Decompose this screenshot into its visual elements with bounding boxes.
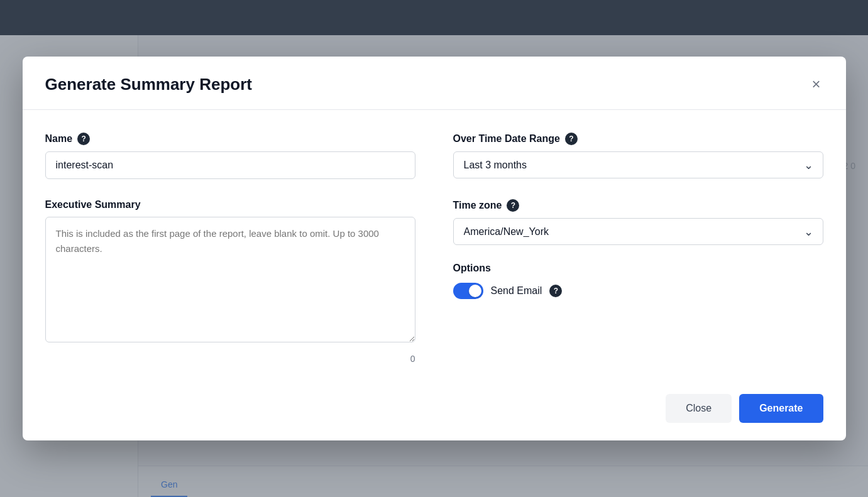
send-email-toggle[interactable]	[453, 283, 483, 299]
executive-summary-textarea[interactable]	[45, 217, 415, 342]
modal-overlay: Generate Summary Report × Name ? Over Ti…	[0, 0, 868, 497]
date-range-help-icon[interactable]: ?	[565, 133, 578, 145]
form-grid: Name ? Over Time Date Range ? Last 3 mon…	[45, 133, 823, 364]
modal-close-button[interactable]: ×	[809, 74, 823, 94]
name-label: Name ?	[45, 133, 415, 145]
toggle-row: Send Email ?	[453, 283, 823, 299]
timezone-select[interactable]: America/New_York America/Los_Angeles Ame…	[453, 218, 823, 245]
modal-header: Generate Summary Report ×	[23, 57, 846, 110]
generate-summary-modal: Generate Summary Report × Name ? Over Ti…	[23, 57, 846, 440]
textarea-wrapper	[45, 217, 415, 345]
timezone-help-icon[interactable]: ?	[507, 199, 519, 212]
send-email-label: Send Email	[491, 285, 542, 297]
options-section: Options Send Email ?	[453, 263, 823, 299]
modal-title: Generate Summary Report	[45, 75, 252, 94]
timezone-select-wrapper: America/New_York America/Los_Angeles Ame…	[453, 218, 823, 245]
executive-summary-group: Executive Summary 0	[45, 199, 415, 364]
modal-body: Name ? Over Time Date Range ? Last 3 mon…	[23, 110, 846, 381]
timezone-label: Time zone ?	[453, 199, 823, 212]
date-range-label: Over Time Date Range ?	[453, 133, 823, 145]
name-group: Name ?	[45, 133, 415, 179]
options-title: Options	[453, 263, 823, 274]
name-input[interactable]	[45, 151, 415, 179]
toggle-slider	[453, 283, 483, 299]
right-column: Time zone ? America/New_York America/Los…	[453, 199, 823, 364]
date-range-select[interactable]: Last 3 months Last 6 months Last 12 mont…	[453, 151, 823, 178]
executive-summary-label: Executive Summary	[45, 199, 415, 210]
timezone-group: Time zone ? America/New_York America/Los…	[453, 199, 823, 245]
send-email-help-icon[interactable]: ?	[549, 285, 562, 297]
date-range-select-wrapper: Last 3 months Last 6 months Last 12 mont…	[453, 151, 823, 178]
date-range-group: Over Time Date Range ? Last 3 months Las…	[453, 133, 823, 179]
close-button[interactable]: Close	[666, 394, 732, 423]
char-count: 0	[45, 354, 415, 364]
modal-footer: Close Generate	[23, 381, 846, 440]
name-help-icon[interactable]: ?	[77, 133, 90, 145]
generate-button[interactable]: Generate	[739, 394, 823, 423]
